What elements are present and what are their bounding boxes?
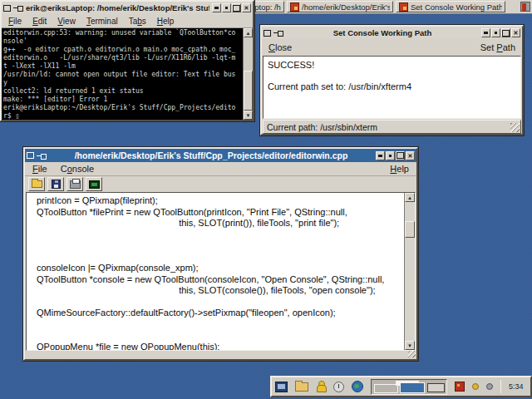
save-file-icon bbox=[52, 180, 61, 189]
tray-icon-gray[interactable] bbox=[486, 383, 493, 390]
dialog-body: SUCCESS! Current path set to: /usr/bin/x… bbox=[263, 56, 521, 119]
editor-titlebar[interactable]: /home/erik/Desktop/Erik's Stuff/Cpp_Proj… bbox=[25, 149, 416, 162]
window-menu-icon[interactable] bbox=[3, 5, 11, 12]
scroll-down-icon[interactable]: ▼ bbox=[244, 111, 253, 120]
menu-close[interactable]: Close bbox=[268, 42, 292, 52]
print-file-icon bbox=[70, 180, 81, 189]
print-file-button[interactable] bbox=[66, 177, 83, 191]
clock-launcher-icon[interactable] bbox=[333, 382, 344, 392]
pager-window-terminal[interactable] bbox=[374, 384, 398, 393]
menu-tabs[interactable]: Tabs bbox=[129, 17, 146, 26]
terminal-menubar: File Edit View Terminal Tabs Help bbox=[2, 14, 253, 28]
open-console-button[interactable] bbox=[86, 177, 102, 191]
dialog-statusbar: Current path: /usr/sbin/xterm bbox=[263, 120, 521, 134]
minimize-button[interactable] bbox=[491, 28, 500, 37]
menu-edit[interactable]: Edit bbox=[32, 17, 47, 26]
pager-window-dialog[interactable] bbox=[427, 383, 445, 392]
panel-clock: 5:34 bbox=[509, 382, 524, 391]
user-launcher-icon[interactable] bbox=[316, 381, 326, 392]
editor-scrollbar[interactable]: ▲ ▼ bbox=[404, 193, 415, 350]
taskbar-button-label: /home/erik/Desktop/Erik's St bbox=[302, 2, 390, 12]
web-browser-launcher-icon[interactable] bbox=[352, 381, 363, 392]
shade-button[interactable] bbox=[212, 3, 221, 12]
window-list-tray-icon[interactable] bbox=[520, 2, 530, 12]
pager-window-editor-active[interactable] bbox=[400, 382, 425, 393]
window-pin-icon[interactable] bbox=[13, 5, 23, 11]
editor-toolbar bbox=[25, 176, 416, 192]
maximize-button[interactable] bbox=[396, 151, 405, 160]
maximize-button[interactable] bbox=[232, 3, 241, 12]
scrollbar-track[interactable] bbox=[405, 202, 415, 341]
menu-set-path[interactable]: Set Path bbox=[480, 42, 515, 52]
window-pin-icon[interactable] bbox=[37, 153, 47, 159]
terminal-output: editorwin.cpp:53: warning: unused variab… bbox=[3, 29, 241, 120]
window-menu-icon[interactable] bbox=[264, 30, 271, 37]
maximize-button[interactable] bbox=[501, 28, 510, 37]
open-file-button[interactable] bbox=[28, 177, 45, 191]
editor-bottom-strip bbox=[25, 351, 416, 358]
dialog-window-title: Set Console Working Path bbox=[286, 28, 479, 37]
menu-console[interactable]: Console bbox=[61, 164, 94, 174]
resize-grip[interactable] bbox=[510, 123, 520, 132]
menu-view[interactable]: View bbox=[57, 17, 76, 26]
taskbar-button-label: Set Console Working Path bbox=[411, 2, 502, 12]
open-file-icon bbox=[32, 180, 42, 188]
bottom-panel: 5:34 bbox=[270, 376, 532, 397]
minimize-button[interactable] bbox=[222, 3, 231, 12]
dialog-menubar: Close Set Path bbox=[262, 39, 522, 56]
scrollbar-thumb[interactable] bbox=[405, 221, 415, 238]
open-console-icon bbox=[89, 180, 100, 189]
file-manager-launcher-icon[interactable] bbox=[295, 382, 308, 392]
scrollbar-track[interactable] bbox=[244, 37, 253, 111]
terminal-window-title: erik@eriksLaptop: /home/erik/Desktop/Eri… bbox=[26, 3, 209, 12]
window-menu-icon[interactable] bbox=[27, 152, 34, 159]
window-pin-icon[interactable] bbox=[273, 30, 283, 36]
shade-button[interactable] bbox=[481, 28, 490, 37]
desktop-pager[interactable] bbox=[371, 379, 447, 395]
terminal-titlebar[interactable]: erik@eriksLaptop: /home/erik/Desktop/Eri… bbox=[2, 2, 253, 14]
save-file-button[interactable] bbox=[47, 177, 64, 191]
editor-menubar: File Console Help bbox=[25, 162, 416, 176]
editor-app-icon bbox=[290, 2, 299, 12]
terminal-scrollbar[interactable]: ▲ ▼ bbox=[243, 28, 253, 120]
terminal-window: erik@eriksLaptop: /home/erik/Desktop/Eri… bbox=[0, 0, 254, 121]
panel-separator bbox=[500, 380, 501, 393]
scroll-up-icon[interactable]: ▲ bbox=[244, 28, 253, 37]
terminal-launcher-icon[interactable] bbox=[275, 382, 288, 392]
dialog-message: SUCCESS! Current path set to: /usr/bin/x… bbox=[264, 57, 520, 96]
editor-window-title: /home/erik/Desktop/Erik's Stuff/Cpp_Proj… bbox=[49, 150, 373, 160]
menu-file[interactable]: File bbox=[32, 164, 47, 174]
tray-icon-yellow[interactable] bbox=[472, 383, 479, 390]
taskbar-button-set-console-path[interactable]: Set Console Working Path bbox=[396, 1, 505, 12]
dialog-titlebar[interactable]: Set Console Working Path ✕ bbox=[262, 27, 522, 39]
editor-window: /home/erik/Desktop/Erik's Stuff/Cpp_Proj… bbox=[23, 147, 418, 361]
taskbar-button-editor[interactable]: /home/erik/Desktop/Erik's St bbox=[287, 1, 393, 12]
scrollbar-thumb[interactable] bbox=[244, 71, 253, 111]
desktop: { "colors": { "desktop": "#3e68a4", "act… bbox=[0, 0, 532, 399]
menu-terminal[interactable]: Terminal bbox=[86, 17, 118, 26]
code-text: printIcon = QPixmap(fileprint); QToolBut… bbox=[37, 195, 401, 351]
menu-help[interactable]: Help bbox=[390, 164, 409, 174]
dialog-app-icon bbox=[399, 2, 408, 12]
scroll-down-icon[interactable]: ▼ bbox=[405, 341, 415, 350]
shade-button[interactable] bbox=[376, 151, 385, 160]
scroll-up-icon[interactable]: ▲ bbox=[405, 193, 415, 202]
minimize-button[interactable] bbox=[386, 151, 395, 160]
close-button[interactable]: ✕ bbox=[511, 28, 520, 37]
menu-help[interactable]: Help bbox=[157, 17, 175, 26]
terminal-screen[interactable]: editorwin.cpp:53: warning: unused variab… bbox=[2, 28, 253, 120]
set-console-path-dialog: Set Console Working Path ✕ Close Set Pat… bbox=[260, 25, 524, 135]
code-edit-area[interactable]: printIcon = QPixmap(fileprint); QToolBut… bbox=[26, 192, 416, 351]
resize-grip[interactable] bbox=[408, 351, 416, 357]
app-tray-icon[interactable] bbox=[455, 382, 465, 392]
close-button[interactable]: ✕ bbox=[406, 151, 415, 160]
menu-file[interactable]: File bbox=[8, 17, 22, 26]
close-button[interactable]: ✕ bbox=[242, 3, 251, 12]
current-path-status: Current path: /usr/sbin/xterm bbox=[267, 122, 377, 132]
